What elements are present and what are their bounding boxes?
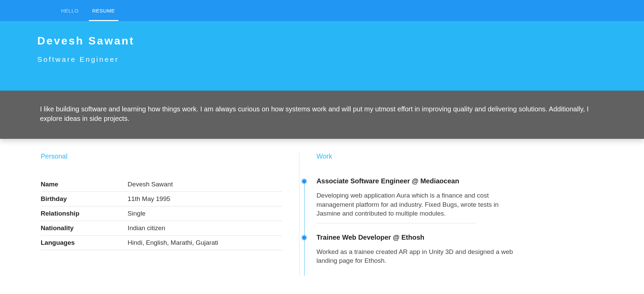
personal-label: Birthday xyxy=(41,192,128,206)
work-section-title: Work xyxy=(316,152,603,160)
personal-value: 11th May 1995 xyxy=(128,192,282,206)
work-timeline: Associate Software Engineer @ Mediaocean… xyxy=(316,177,603,276)
work-item-desc: Developing web application Aura which is… xyxy=(316,191,523,218)
personal-value: Hindi, English, Marathi, Gujarati xyxy=(128,236,282,250)
personal-column: Personal Name Devesh Sawant Birthday 11t… xyxy=(41,152,299,276)
personal-label: Nationality xyxy=(41,221,128,236)
timeline-item: Trainee Web Developer @ Ethosh Worked as… xyxy=(316,234,603,276)
person-job-title: Software Engineer xyxy=(37,55,607,63)
nav-hello[interactable]: HELLO xyxy=(54,0,85,21)
summary-text: I like building software and learning ho… xyxy=(40,104,604,123)
personal-value: Indian citizen xyxy=(128,221,282,236)
hero-banner: Devesh Sawant Software Engineer xyxy=(0,21,644,91)
personal-table: Name Devesh Sawant Birthday 11th May 199… xyxy=(41,177,282,250)
personal-value: Single xyxy=(128,206,282,221)
table-row: Languages Hindi, English, Marathi, Gujar… xyxy=(41,236,282,250)
work-item-title: Associate Software Engineer @ Mediaocean xyxy=(316,177,603,185)
timeline-item: Associate Software Engineer @ Mediaocean… xyxy=(316,177,603,234)
table-row: Birthday 11th May 1995 xyxy=(41,192,282,206)
summary-bar: I like building software and learning ho… xyxy=(0,91,644,139)
personal-section-title: Personal xyxy=(41,152,282,160)
table-row: Nationality Indian citizen xyxy=(41,221,282,236)
top-nav: HELLO RESUME xyxy=(0,0,644,21)
nav-resume[interactable]: RESUME xyxy=(85,0,122,21)
personal-label: Relationship xyxy=(41,206,128,221)
personal-value: Devesh Sawant xyxy=(128,177,282,192)
resume-content: Personal Name Devesh Sawant Birthday 11t… xyxy=(0,139,644,276)
work-item-title: Trainee Web Developer @ Ethosh xyxy=(316,234,603,241)
work-item-desc: Worked as a trainee created AR app in Un… xyxy=(316,247,523,265)
divider xyxy=(316,223,476,223)
work-column: Work Associate Software Engineer @ Media… xyxy=(299,152,603,276)
personal-label: Name xyxy=(41,177,128,192)
personal-label: Languages xyxy=(41,236,128,250)
table-row: Relationship Single xyxy=(41,206,282,221)
table-row: Name Devesh Sawant xyxy=(41,177,282,192)
person-name: Devesh Sawant xyxy=(37,35,607,47)
